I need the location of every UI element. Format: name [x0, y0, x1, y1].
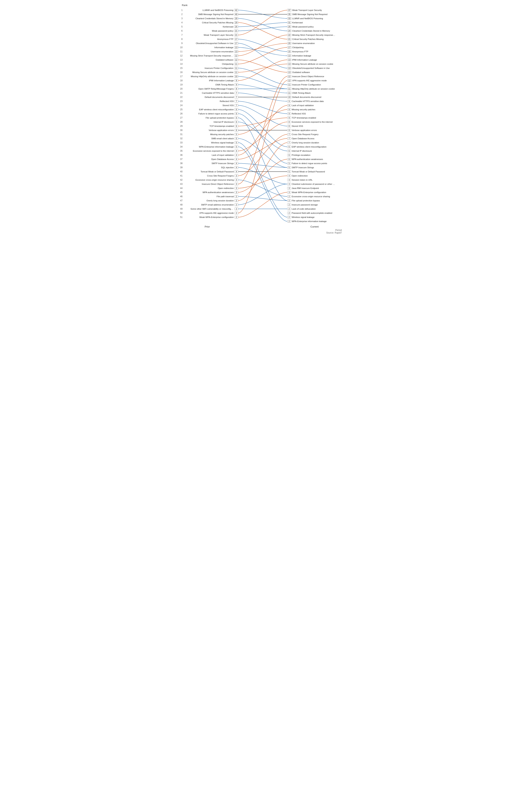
prior-item: Cleartext Credentials Stored in Memory29	[184, 17, 238, 21]
source-label: Source: Rapid7	[176, 231, 342, 234]
prior-item-badge: 17	[234, 42, 238, 45]
current-item: 2WPA-Enterprise information leakage	[287, 219, 342, 223]
prior-item-badge: 4	[234, 170, 238, 173]
current-item-label: Overly long session duration	[292, 142, 319, 144]
current-item: 6EAP wireless client misconfiguration	[287, 145, 342, 149]
prior-item-badge: 6	[234, 129, 238, 132]
current-item: 5Failure to detect rogue access points	[287, 161, 342, 166]
prior-item-badge: 6	[234, 116, 238, 119]
current-item-label: Open Database Access	[292, 137, 314, 140]
current-item: 6WPA authentication weaknesses	[287, 157, 342, 161]
rank-cell: 49	[176, 207, 184, 211]
rank-cell: 27	[176, 116, 184, 120]
rank-cell: 31	[176, 132, 184, 137]
prior-item-label: Failure to detect rogue access points	[198, 113, 234, 115]
axis-current-label: Current	[287, 225, 342, 228]
current-item-badge: 2	[287, 208, 291, 210]
rank-cell: 40	[176, 170, 184, 174]
current-item-badge: 15	[287, 50, 291, 53]
current-item-label: Excessive cross-origin resource sharing	[292, 195, 330, 198]
rank-cell: 15	[176, 66, 184, 70]
prior-item-badge: 5	[234, 145, 238, 148]
current-item-label: Cross Site Request Forgery	[292, 133, 318, 136]
prior-item-badge: 8	[234, 87, 238, 90]
current-item-badge: 7	[287, 133, 291, 136]
rank-cell: 5	[176, 25, 184, 29]
prior-item: Some other WiFi vulnerability or misconf…	[184, 207, 238, 211]
rank-cell: 37	[176, 157, 184, 161]
rank-cell: 10	[176, 45, 184, 50]
current-item-label: Missing security patches	[292, 108, 315, 111]
current-item-badge: 7	[287, 137, 291, 140]
current-item-badge: 8	[287, 125, 291, 127]
rank-cell: 22	[176, 95, 184, 99]
prior-item: Username enumeration13	[184, 50, 238, 54]
current-item: 2Password field with autocomplete enable…	[287, 211, 342, 215]
current-item: 13Obsolete/Unsupported Software in Use	[287, 66, 342, 70]
rank-cell: 6	[176, 29, 184, 33]
prior-item-badge: 6	[234, 121, 238, 123]
prior-item: Cacheable HTTPS sensitive data7	[184, 91, 238, 95]
rank-cell: 45	[176, 190, 184, 194]
current-item: 22Missing Strict-Transport-Security resp…	[287, 33, 342, 37]
current-item-label: IPMI Information Leakage	[292, 59, 317, 61]
current-item-label: Weak WPA-Enterprise configuration	[292, 191, 326, 194]
current-item: 9Cacheable HTTPS sensitive data	[287, 99, 342, 103]
rank-cell: 23	[176, 99, 184, 103]
prior-item-label: Missing security patches	[210, 133, 234, 136]
current-item-label: VPN supports IKE aggressive mode	[292, 79, 326, 82]
current-item-badge: 24	[287, 30, 291, 32]
current-item-label: Clickjacking	[292, 46, 304, 49]
prior-item: Failure to detect rogue access points6	[184, 112, 238, 116]
prior-item: File upload protection bypass6	[184, 116, 238, 120]
prior-item-label: Excessive services exposed to the intern…	[193, 150, 234, 152]
current-item-badge: 6	[287, 154, 291, 156]
prior-item: Missing security patches5	[184, 132, 238, 137]
rank-cell: 38	[176, 161, 184, 166]
prior-item-label: File path traversal	[217, 195, 234, 198]
current-item-label: Default documents discovered	[292, 96, 321, 98]
current-item: 5SMTP Insecure Strings	[287, 166, 342, 170]
prior-item-badge: 10	[234, 75, 238, 78]
prior-item-badge: 7	[234, 100, 238, 103]
footer: Period Source: Rapid7	[176, 229, 342, 234]
current-item: 33LLMNR and NetBIOS Poisoning	[287, 17, 342, 21]
current-item-label: OWA Timing Attack	[292, 92, 311, 94]
current-item: 20Username enumeration	[287, 41, 342, 45]
current-item-badge: 10	[287, 96, 291, 98]
current-item: 24Cleartext Credentials Stored in Memory	[287, 29, 342, 33]
current-item-label: Wireless signal leakage	[292, 216, 315, 218]
prior-item-label: Missing HttpOnly attribute on session co…	[191, 75, 233, 78]
prior-item: Overly long session duration2	[184, 199, 238, 203]
prior-item: Weak Transport Layer Security21	[184, 33, 238, 37]
prior-item-label: Stored XSS	[223, 104, 234, 107]
current-item-label: Java RMI Insecure Endpoint	[292, 187, 319, 189]
current-item: 11OWA Timing Attack	[287, 91, 342, 95]
current-item-label: Stored XSS	[292, 125, 303, 127]
rank-cell	[176, 219, 184, 223]
prior-item: Internal IP disclosure6	[184, 120, 238, 124]
rank-header: Rank	[176, 4, 342, 7]
prior-item-label: Excessive cross-origin resource sharing	[196, 179, 234, 181]
prior-item-label: Overly long session duration	[206, 200, 234, 202]
current-item: 10Default documents discovered	[287, 95, 342, 99]
prior-item-badge: 6	[234, 112, 238, 115]
current-item: 4Session token in URL	[287, 178, 342, 182]
current-item-label: Internal IP disclosure	[292, 150, 312, 152]
prior-item-badge: 2	[234, 212, 238, 214]
prior-item-badge: 2	[234, 195, 238, 198]
current-item-label: Excessive services exposed to the intern…	[292, 121, 333, 123]
current-item-badge: 3	[287, 183, 291, 185]
prior-item: OWA Timing Attack9	[184, 83, 238, 87]
current-item: 9Reflected XSS	[287, 112, 342, 116]
rank-cell: 33	[176, 141, 184, 145]
prior-item-badge: 11	[234, 63, 238, 65]
prior-item-badge: 17	[234, 38, 238, 40]
current-item-label: WPA-Enterprise information leakage	[292, 220, 326, 223]
current-item-label: Anonymous FTP	[292, 51, 308, 53]
current-item-label: Outdated software	[292, 71, 310, 74]
current-item: 3Weak WPA-Enterprise configuration	[287, 190, 342, 194]
prior-item-label: Cacheable HTTPS sensitive data	[202, 92, 234, 94]
prior-item-label: Missing Strict-Transport-Security respon…	[190, 55, 233, 57]
prior-item-badge: 5	[234, 141, 238, 144]
